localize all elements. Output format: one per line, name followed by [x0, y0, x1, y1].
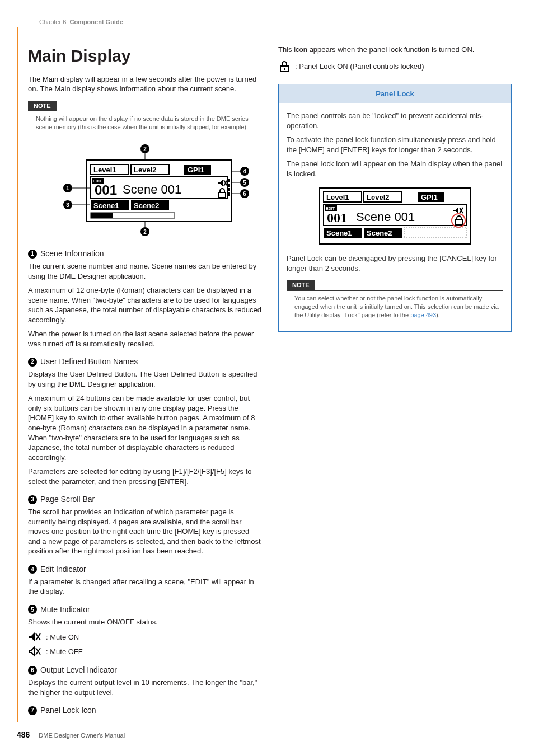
footer: 486 DME Designer Owner's Manual	[17, 730, 517, 740]
item-7-title: Panel Lock Icon	[40, 705, 96, 716]
badge-6: 6	[28, 666, 37, 675]
item-5-title: Mute Indicator	[40, 604, 90, 615]
panel-lock-line: : Panel Lock ON (Panel controls locked)	[278, 60, 512, 73]
badge-3: 3	[28, 495, 37, 504]
panel-lock-box-title: Panel Lock	[279, 84, 511, 104]
lock-icon	[278, 60, 291, 73]
svg-text:2: 2	[143, 146, 147, 152]
svg-text:001: 001	[95, 182, 117, 198]
svg-text:2: 2	[143, 229, 147, 235]
item-2-para-1: Displays the User Defined Button. The Us…	[28, 369, 261, 389]
breadcrumb: Chapter 6 Component Guide	[39, 18, 123, 26]
item-6-heading: 6 Output Level Indicator	[28, 665, 261, 675]
intro-text: The Main display will appear in a few se…	[28, 74, 261, 94]
svg-text:Level1: Level1	[326, 193, 349, 201]
svg-text:4: 4	[243, 168, 246, 175]
item-1-title: Scene Information	[40, 248, 104, 259]
item-7-heading: 7 Panel Lock Icon	[28, 705, 261, 716]
panel-lock-p2: To activate the panel lock function simu…	[287, 135, 503, 154]
header-rule	[17, 27, 517, 27]
item-3-title: Page Scroll Bar	[40, 494, 95, 505]
svg-text:001: 001	[327, 210, 347, 225]
panel-lock-note-pre: You can select whether or not the panel …	[294, 295, 499, 318]
svg-text:Scene2: Scene2	[134, 201, 160, 210]
svg-text:Scene1: Scene1	[93, 201, 119, 210]
item-1-para-2: A maximum of 12 one-byte (Roman) charact…	[28, 285, 261, 325]
chapter-label: Chapter 6	[39, 18, 66, 25]
page-link[interactable]: page 493	[410, 312, 436, 318]
note-label: NOTE	[28, 101, 57, 111]
panel-lock-note-label: NOTE	[287, 280, 315, 290]
item-4-heading: 4 Edit Indicator	[28, 564, 261, 575]
item-1-para-3: When the power is turned on the last sce…	[28, 329, 261, 349]
item-2-heading: 2 User Defined Button Names	[28, 356, 261, 367]
panel-lock-lcd: Level1 Level2 GPI1 EDIT 001 Scene 001 Sc…	[317, 185, 474, 247]
badge-5: 5	[28, 605, 37, 614]
svg-text:Scene 001: Scene 001	[356, 210, 415, 224]
svg-text:EDIT: EDIT	[326, 206, 335, 210]
svg-text:Level1: Level1	[93, 166, 116, 174]
svg-rect-19	[228, 184, 230, 187]
page-title: Main Display	[28, 45, 261, 68]
svg-rect-20	[228, 188, 230, 191]
panel-lock-p3: The panel lock icon will appear on the M…	[287, 159, 503, 179]
svg-text:5: 5	[243, 180, 246, 186]
footer-text: DME Designer Owner's Manual	[39, 731, 125, 740]
panel-lock-p4: Panel Lock can be disengaged by pressing…	[287, 253, 503, 273]
item-4-para-1: If a parameter is changed after recallin…	[28, 577, 261, 597]
item-2-para-3: Parameters are selected for editing by u…	[28, 467, 261, 486]
mute-on-line: : Mute ON	[28, 631, 261, 642]
item-1-heading: 1 Scene Information	[28, 248, 261, 259]
svg-text:GPI1: GPI1	[188, 166, 204, 174]
svg-text:Scene 001: Scene 001	[123, 182, 181, 196]
item-7-para-1: This icon appears when the panel lock fu…	[278, 45, 512, 55]
svg-rect-27	[91, 213, 113, 218]
panel-lock-note-body: You can select whether or not the panel …	[287, 290, 503, 323]
mute-off-icon	[28, 646, 41, 657]
item-6-title: Output Level Indicator	[40, 665, 117, 675]
panel-lock-note: NOTE You can select whether or not the p…	[287, 280, 503, 323]
svg-text:6: 6	[243, 191, 246, 197]
mute-off-text: : Mute OFF	[46, 647, 83, 657]
note-box: NOTE Nothing will appear on the display …	[28, 101, 261, 136]
item-4-title: Edit Indicator	[40, 564, 86, 575]
svg-rect-51	[284, 68, 285, 70]
svg-text:Scene2: Scene2	[367, 229, 392, 237]
svg-text:3: 3	[66, 202, 69, 208]
badge-4: 4	[28, 565, 37, 574]
mute-off-line: : Mute OFF	[28, 646, 261, 657]
item-6-para-1: Displays the current output level in 10 …	[28, 678, 261, 697]
svg-text:1: 1	[66, 185, 69, 191]
page-number: 486	[17, 730, 30, 740]
svg-text:Level2: Level2	[134, 166, 156, 174]
panel-lock-note-post: ).	[436, 312, 440, 318]
lcd-diagram: 2 Level1 Level2 GPI1 EDIT 001 Scene 001	[39, 143, 251, 238]
panel-lock-text: : Panel Lock ON (Panel controls locked)	[295, 62, 424, 72]
badge-2: 2	[28, 358, 37, 367]
item-5-heading: 5 Mute Indicator	[28, 604, 261, 615]
item-3-para-1: The scroll bar provides an indication of…	[28, 507, 261, 556]
svg-text:Level2: Level2	[367, 193, 389, 201]
svg-text:Scene1: Scene1	[326, 229, 352, 237]
badge-7: 7	[28, 706, 37, 715]
svg-rect-21	[228, 192, 230, 196]
mute-on-text: : Mute ON	[46, 632, 79, 642]
svg-rect-18	[228, 179, 230, 182]
panel-lock-p1: The panel controls can be "locked" to pr…	[287, 111, 503, 130]
item-2-para-2: A maximum of 24 buttons can be made avai…	[28, 393, 261, 462]
item-1-para-1: The current scene number and name. Scene…	[28, 261, 261, 281]
badge-1: 1	[28, 250, 37, 259]
left-accent-bar	[17, 27, 18, 722]
item-3-heading: 3 Page Scroll Bar	[28, 494, 261, 505]
note-body: Nothing will appear on the display if no…	[28, 111, 261, 135]
panel-lock-box: Panel Lock The panel controls can be "lo…	[278, 84, 512, 332]
svg-text:GPI1: GPI1	[421, 193, 438, 201]
item-5-para-1: Shows the current mute ON/OFF status.	[28, 617, 261, 627]
chapter-title: Component Guide	[69, 18, 123, 25]
item-2-title: User Defined Button Names	[40, 356, 138, 367]
mute-on-icon	[28, 631, 41, 642]
